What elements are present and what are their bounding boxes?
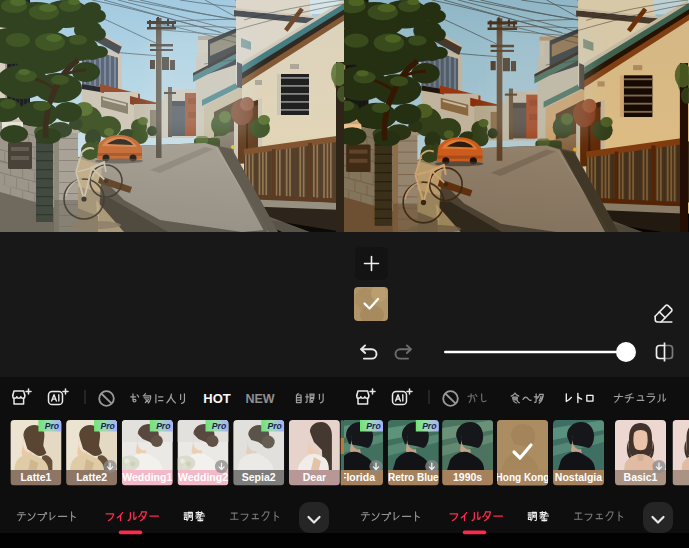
svg-text:Pro: Pro bbox=[422, 421, 436, 431]
svg-text:Wedding2: Wedding2 bbox=[178, 471, 228, 483]
svg-text:Florida: Florida bbox=[340, 471, 375, 483]
svg-text:Pro: Pro bbox=[268, 421, 282, 431]
svg-text:Latte1: Latte1 bbox=[20, 471, 51, 483]
svg-text:HOT: HOT bbox=[203, 391, 231, 406]
svg-text:Basic1: Basic1 bbox=[624, 471, 658, 483]
svg-text:Hong Kong: Hong Kong bbox=[496, 472, 550, 483]
svg-text:Pro: Pro bbox=[156, 421, 170, 431]
svg-text:Retro Blue: Retro Blue bbox=[388, 472, 439, 483]
svg-text:Wedding1: Wedding1 bbox=[122, 471, 172, 483]
svg-text:Latte2: Latte2 bbox=[76, 471, 107, 483]
svg-text:Pro: Pro bbox=[212, 421, 226, 431]
svg-text:1990s: 1990s bbox=[453, 471, 482, 483]
svg-text:NEW: NEW bbox=[245, 392, 274, 406]
svg-text:Pro: Pro bbox=[366, 421, 380, 431]
svg-text:Sepia2: Sepia2 bbox=[242, 471, 276, 483]
svg-text:Nostalgia: Nostalgia bbox=[555, 471, 602, 483]
svg-text:Pro: Pro bbox=[45, 421, 59, 431]
svg-text:Pro: Pro bbox=[100, 421, 114, 431]
svg-text:Dear: Dear bbox=[303, 471, 326, 483]
